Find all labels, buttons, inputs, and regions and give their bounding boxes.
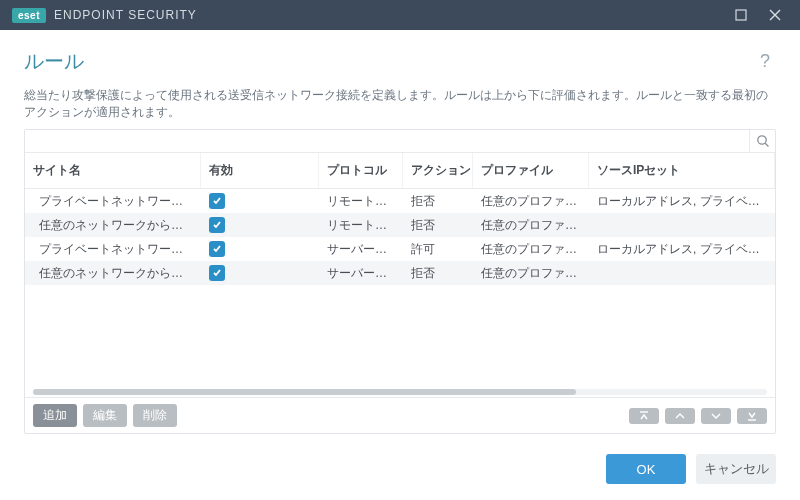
cell-action: 許可 <box>403 241 473 258</box>
cell-site: 任意のネットワークからのRDP総… <box>25 217 201 234</box>
app-title: ENDPOINT SECURITY <box>54 8 197 22</box>
move-bottom-button[interactable] <box>737 408 767 424</box>
table-row[interactable]: プライベートネットワークからのR…リモートデスク…拒否任意のプロファイルローカル… <box>25 189 775 213</box>
table-body: プライベートネットワークからのR…リモートデスク…拒否任意のプロファイルローカル… <box>25 189 775 389</box>
cell-site: 任意のネットワークからのSMB総… <box>25 265 201 282</box>
add-button[interactable]: 追加 <box>33 404 77 427</box>
cell-source: ローカルアドレス, プライベートアドレス <box>589 241 775 258</box>
cell-profile: 任意のプロファイル <box>473 193 589 210</box>
cell-site: プライベートネットワークからのR… <box>25 193 201 210</box>
page-description: 総当たり攻撃保護によって使用される送受信ネットワーク接続を定義します。ルールは上… <box>0 83 800 129</box>
content-area: サイト名 有効 プロトコル アクション プロファイル ソースIPセット プライベ… <box>0 129 800 442</box>
cell-action: 拒否 <box>403 265 473 282</box>
table-row[interactable]: プライベートネットワークからのS…サーバーメッセ…許可任意のプロファイルローカル… <box>25 237 775 261</box>
rules-table: サイト名 有効 プロトコル アクション プロファイル ソースIPセット プライベ… <box>24 129 776 434</box>
col-protocol[interactable]: プロトコル <box>319 153 403 188</box>
col-profile[interactable]: プロファイル <box>473 153 589 188</box>
col-action[interactable]: アクション <box>403 153 473 188</box>
page-header: ルール ? <box>0 30 800 83</box>
cell-enabled <box>201 241 319 257</box>
horizontal-scrollbar[interactable] <box>33 389 767 395</box>
move-up-button[interactable] <box>665 408 695 424</box>
table-footer: 追加 編集 削除 <box>25 397 775 433</box>
svg-rect-0 <box>736 10 746 20</box>
dialog-footer: OK キャンセル <box>0 442 800 500</box>
search-icon[interactable] <box>749 130 775 152</box>
col-enabled[interactable]: 有効 <box>201 153 319 188</box>
col-site[interactable]: サイト名 <box>25 153 201 188</box>
cell-protocol: リモートデスク… <box>319 217 403 234</box>
search-input[interactable] <box>25 130 749 152</box>
cell-protocol: サーバーメッセ… <box>319 241 403 258</box>
cell-enabled <box>201 265 319 281</box>
cancel-button[interactable]: キャンセル <box>696 454 776 484</box>
titlebar: eset ENDPOINT SECURITY <box>0 0 800 30</box>
cell-action: 拒否 <box>403 193 473 210</box>
cell-profile: 任意のプロファイル <box>473 217 589 234</box>
cell-source: ローカルアドレス, プライベートアドレス <box>589 193 775 210</box>
help-button[interactable]: ? <box>754 49 776 74</box>
table-row[interactable]: 任意のネットワークからのRDP総…リモートデスク…拒否任意のプロファイル <box>25 213 775 237</box>
svg-point-3 <box>757 136 765 144</box>
enabled-checkbox[interactable] <box>209 241 225 257</box>
cell-action: 拒否 <box>403 217 473 234</box>
svg-line-4 <box>765 143 768 146</box>
move-down-button[interactable] <box>701 408 731 424</box>
table-search-row <box>25 130 775 153</box>
cell-protocol: リモートデスク… <box>319 193 403 210</box>
table-header: サイト名 有効 プロトコル アクション プロファイル ソースIPセット <box>25 153 775 189</box>
brand-logo: eset <box>12 8 46 23</box>
cell-enabled <box>201 193 319 209</box>
close-icon[interactable] <box>758 0 792 30</box>
cell-enabled <box>201 217 319 233</box>
ok-button[interactable]: OK <box>606 454 686 484</box>
cell-profile: 任意のプロファイル <box>473 241 589 258</box>
col-source[interactable]: ソースIPセット <box>589 153 775 188</box>
cell-profile: 任意のプロファイル <box>473 265 589 282</box>
cell-protocol: サーバーメッセ… <box>319 265 403 282</box>
table-row[interactable]: 任意のネットワークからのSMB総…サーバーメッセ…拒否任意のプロファイル <box>25 261 775 285</box>
edit-button[interactable]: 編集 <box>83 404 127 427</box>
page-title: ルール <box>24 48 754 75</box>
delete-button[interactable]: 削除 <box>133 404 177 427</box>
minimize-icon[interactable] <box>724 0 758 30</box>
enabled-checkbox[interactable] <box>209 217 225 233</box>
cell-site: プライベートネットワークからのS… <box>25 241 201 258</box>
move-top-button[interactable] <box>629 408 659 424</box>
enabled-checkbox[interactable] <box>209 193 225 209</box>
enabled-checkbox[interactable] <box>209 265 225 281</box>
